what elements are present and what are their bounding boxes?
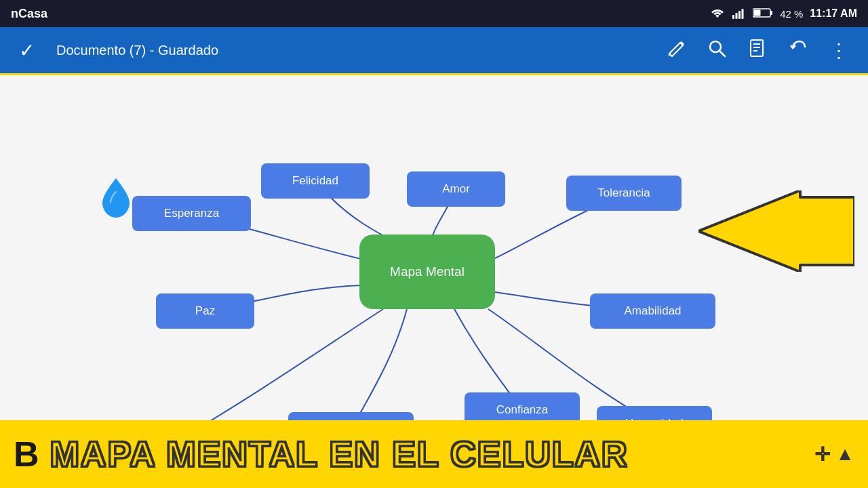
battery-percent: 42 % (780, 8, 803, 20)
time-display: 11:17 AM (810, 7, 857, 20)
check-button[interactable]: ✓ (14, 37, 40, 64)
status-bar: nCasa 42 % 11:17 AM (0, 0, 868, 27)
bottom-title-text: MAPA MENTAL EN EL CELULAR (50, 434, 629, 474)
up-arrow-icon[interactable]: ▲ (835, 443, 854, 465)
battery-indicator (753, 7, 773, 20)
node-felicidad[interactable]: Felicidad (261, 163, 370, 199)
svg-rect-3 (742, 9, 744, 19)
node-esperanza[interactable]: Esperanza (132, 196, 251, 231)
mind-map-canvas: Mapa Mental Felicidad Amor Tolerancia Es… (0, 73, 868, 420)
status-indicators: 42 % 11:17 AM (709, 7, 857, 21)
undo-button[interactable] (783, 36, 813, 65)
node-honestidad[interactable]: Honestidad (597, 406, 712, 420)
bold-b: B (14, 434, 39, 474)
node-amabilidad[interactable]: Amabilidad (590, 293, 715, 329)
node-respeto[interactable]: Respeto a la vida (288, 412, 414, 420)
node-tolerancia[interactable]: Tolerancia (566, 176, 682, 211)
node-confianza[interactable]: Confianza (465, 392, 580, 420)
search-button[interactable] (702, 36, 732, 65)
signal-icon (732, 7, 746, 21)
bottom-icons: ✛ ▲ (814, 443, 854, 466)
water-drop-icon (98, 177, 134, 226)
node-mapa-mental[interactable]: Mapa Mental (359, 235, 495, 309)
node-paz[interactable]: Paz (156, 293, 254, 329)
svg-rect-6 (754, 9, 761, 16)
svg-marker-13 (698, 190, 854, 272)
plus-icon[interactable]: ✛ (814, 443, 830, 466)
svg-line-8 (719, 51, 725, 56)
svg-rect-2 (738, 11, 741, 19)
document-title: Documento (7) - Guardado (56, 43, 650, 58)
yellow-arrow (698, 190, 854, 285)
document-button[interactable] (743, 36, 772, 65)
wifi-icon (709, 7, 726, 21)
bottom-bar: B MAPA MENTAL EN EL CELULAR ✛ ▲ (0, 420, 868, 488)
svg-rect-0 (732, 15, 734, 19)
app-name: nCasa (11, 7, 47, 21)
svg-rect-1 (736, 13, 738, 19)
more-options-button[interactable]: ⋮ (824, 37, 854, 64)
svg-rect-5 (770, 11, 772, 15)
node-amor[interactable]: Amor (407, 171, 505, 207)
toolbar: ✓ Documento (7) - Guardado ⋮ (0, 27, 868, 73)
pen-tool-button[interactable] (661, 36, 691, 65)
